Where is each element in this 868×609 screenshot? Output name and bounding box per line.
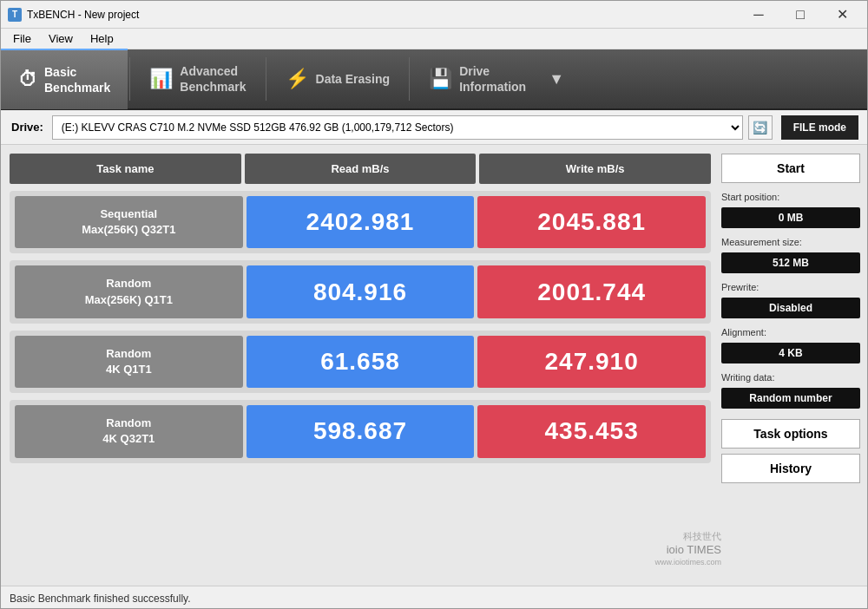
status-message: Basic Benchmark finished successfully. [10, 593, 191, 605]
task-name-1: RandomMax(256K) Q1T1 [15, 265, 243, 318]
tab-advanced-benchmark[interactable]: 📊 AdvancedBenchmark [132, 49, 263, 109]
table-row: Random4K Q1T1 61.658 247.910 [10, 331, 711, 393]
measurement-size-label: Measurement size: [721, 237, 860, 247]
minimize-button[interactable]: ─ [739, 1, 779, 29]
write-value-1: 2001.744 [477, 265, 706, 318]
app-window: T TxBENCH - New project ─ □ ✕ File View … [1, 1, 868, 609]
table-rows: SequentialMax(256K) Q32T1 2402.981 2045.… [10, 191, 711, 463]
title-bar: T TxBENCH - New project ─ □ ✕ [1, 1, 868, 29]
read-value-3: 598.687 [247, 405, 475, 457]
table-row: RandomMax(256K) Q1T1 804.916 2001.744 [10, 260, 711, 323]
tab-advanced-benchmark-label: AdvancedBenchmark [180, 63, 246, 95]
menu-view[interactable]: View [40, 30, 82, 47]
task-options-button[interactable]: Task options [721, 419, 860, 449]
tab-separator-3 [409, 57, 410, 101]
maximize-button[interactable]: □ [780, 1, 820, 29]
erasing-icon: ⚡ [286, 68, 309, 90]
tab-data-erasing[interactable]: ⚡ Data Erasing [268, 49, 408, 109]
clock-icon: ⏱ [18, 69, 37, 91]
table-header: Task name Read mB/s Write mB/s [10, 154, 711, 184]
tab-separator-1 [129, 57, 130, 101]
write-value-2: 247.910 [477, 336, 706, 388]
tab-basic-benchmark-label: BasicBenchmark [44, 64, 110, 95]
toolbar: ⏱ BasicBenchmark 📊 AdvancedBenchmark ⚡ D… [1, 49, 868, 110]
menu-bar: File View Help [1, 29, 868, 49]
drive-icon: 💾 [429, 68, 452, 90]
right-panel: Start Start position: 0 MB Measurement s… [721, 154, 860, 577]
drive-select-container: (E:) KLEVV CRAS C710 M.2 NVMe SSD 512GB … [52, 115, 773, 140]
drive-label: Drive: [11, 121, 43, 134]
task-name-3: Random4K Q32T1 [15, 405, 243, 457]
prewrite-value: Disabled [721, 298, 860, 318]
app-icon: T [8, 8, 22, 22]
drive-select[interactable]: (E:) KLEVV CRAS C710 M.2 NVMe SSD 512GB … [52, 115, 743, 140]
more-tabs-button[interactable]: ▼ [543, 49, 569, 109]
table-row: SequentialMax(256K) Q32T1 2402.981 2045.… [10, 191, 711, 253]
start-button[interactable]: Start [721, 154, 860, 183]
write-value-3: 435.453 [477, 405, 706, 457]
read-value-2: 61.658 [247, 336, 475, 388]
task-name-2: Random4K Q1T1 [15, 336, 243, 388]
benchmark-area: Task name Read mB/s Write mB/s Sequentia… [10, 154, 711, 577]
header-read: Read mB/s [245, 154, 477, 184]
status-bar: Basic Benchmark finished successfully. [1, 586, 868, 609]
history-button[interactable]: History [721, 454, 860, 483]
measurement-size-value: 512 MB [721, 252, 860, 273]
close-button[interactable]: ✕ [822, 1, 862, 29]
menu-file[interactable]: File [4, 30, 40, 47]
start-position-label: Start position: [721, 192, 860, 202]
tab-data-erasing-label: Data Erasing [316, 71, 391, 87]
read-value-0: 2402.981 [247, 196, 475, 248]
drive-bar: Drive: (E:) KLEVV CRAS C710 M.2 NVMe SSD… [1, 110, 868, 145]
prewrite-label: Prewrite: [721, 282, 860, 292]
header-write: Write mB/s [479, 154, 711, 184]
tab-drive-information-label: DriveInformation [459, 63, 526, 95]
read-value-1: 804.916 [247, 265, 475, 318]
start-position-value: 0 MB [721, 207, 860, 228]
tab-separator-2 [266, 57, 266, 101]
main-content: Task name Read mB/s Write mB/s Sequentia… [1, 145, 868, 586]
menu-help[interactable]: Help [82, 30, 122, 47]
window-controls: ─ □ ✕ [739, 1, 862, 29]
writing-data-label: Writing data: [721, 372, 860, 383]
write-value-0: 2045.881 [477, 196, 706, 248]
chart-icon: 📊 [149, 68, 173, 90]
alignment-value: 4 KB [721, 343, 860, 363]
writing-data-value: Random number [721, 388, 860, 409]
task-name-0: SequentialMax(256K) Q32T1 [15, 196, 243, 248]
table-row: Random4K Q32T1 598.687 435.453 [10, 400, 711, 462]
file-mode-button[interactable]: FILE mode [781, 115, 858, 140]
window-title: TxBENCH - New project [27, 9, 739, 21]
alignment-label: Alignment: [721, 327, 860, 337]
header-task-name: Task name [10, 154, 241, 184]
drive-refresh-button[interactable]: 🔄 [748, 115, 773, 140]
tab-basic-benchmark[interactable]: ⏱ BasicBenchmark [1, 49, 128, 109]
tab-drive-information[interactable]: 💾 DriveInformation [411, 49, 543, 109]
